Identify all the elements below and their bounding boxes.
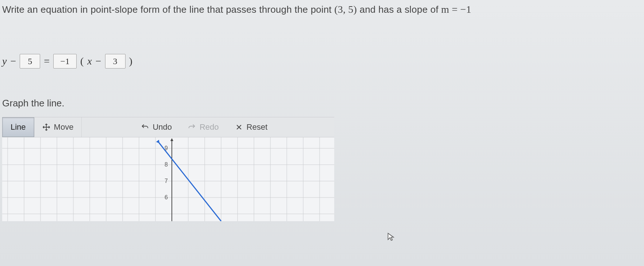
axis-tick-7: 7 xyxy=(165,178,170,184)
equation-row: y − = ( x − ) xyxy=(0,17,644,79)
reset-button[interactable]: Reset xyxy=(227,117,275,137)
close-icon xyxy=(235,123,243,131)
redo-icon xyxy=(188,123,196,131)
eq-input-m[interactable] xyxy=(53,54,77,69)
eq-input-y0[interactable] xyxy=(20,54,40,69)
question-text: Write an equation in point-slope form of… xyxy=(0,0,644,17)
axis-tick-9: 9 xyxy=(165,145,170,152)
graph-canvas[interactable]: 9 8 7 6 xyxy=(2,137,334,221)
undo-label: Undo xyxy=(153,122,172,132)
cursor-icon xyxy=(387,232,395,243)
move-tool-label: Move xyxy=(54,122,74,132)
redo-label: Redo xyxy=(200,122,219,132)
eq-lparen: ( xyxy=(80,55,84,67)
undo-button[interactable]: Undo xyxy=(133,117,180,137)
axis-tick-6: 6 xyxy=(165,194,170,201)
graph-prompt: Graph the line. xyxy=(0,79,644,117)
graph-area: Line Move Undo xyxy=(2,117,334,221)
line-tool-label: Line xyxy=(11,122,26,132)
move-icon xyxy=(42,123,50,131)
eq-y: y xyxy=(2,55,7,67)
question-point: (3, 5) xyxy=(334,4,357,15)
line-tool-button[interactable]: Line xyxy=(2,117,34,137)
graph-toolbar: Line Move Undo xyxy=(2,117,334,137)
reset-label: Reset xyxy=(247,122,267,132)
eq-equals: = xyxy=(44,55,50,67)
question-slope: m = −1 xyxy=(441,4,471,15)
eq-minus1: − xyxy=(10,55,16,67)
question-prefix: Write an equation in point-slope form of… xyxy=(2,4,334,15)
redo-button[interactable]: Redo xyxy=(180,117,227,137)
eq-rparen: ) xyxy=(129,55,132,67)
eq-x: x xyxy=(87,55,92,67)
axis-tick-8: 8 xyxy=(165,161,170,168)
question-middle: and has a slope of xyxy=(359,4,441,15)
move-tool-button[interactable]: Move xyxy=(34,117,82,137)
eq-minus2: − xyxy=(96,55,101,67)
undo-icon xyxy=(141,123,149,131)
eq-input-x0[interactable] xyxy=(105,54,126,69)
